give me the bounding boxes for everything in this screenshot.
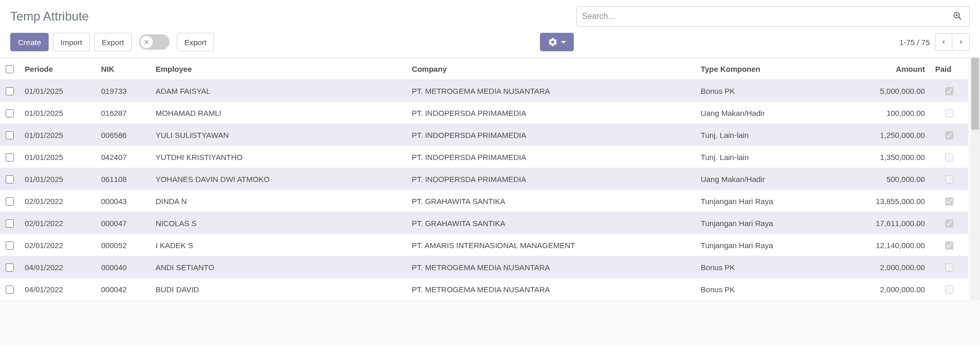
actions-dropdown[interactable] [540, 33, 574, 51]
cell-type: Tunjangan Hari Raya [696, 212, 838, 234]
paid-checkbox [945, 175, 953, 184]
cell-company: PT. GRAHAWITA SANTIKA [407, 190, 696, 212]
row-select-checkbox[interactable] [6, 219, 14, 228]
header-employee[interactable]: Employee [151, 58, 407, 80]
pager-text[interactable]: 1-75 / 75 [900, 38, 930, 47]
row-checkbox-cell [0, 234, 19, 256]
table-row[interactable]: 01/01/2025016287MOHAMAD RAMLIPT. INDOPER… [0, 102, 968, 124]
cell-amount: 2,000,000.00 [838, 256, 930, 278]
cell-periode: 01/01/2025 [19, 124, 96, 146]
table-row[interactable]: 04/01/2022000042BUDI DAVIDPT. METROGEMA … [0, 278, 968, 300]
paid-checkbox [945, 87, 953, 95]
cell-paid [930, 124, 968, 146]
control-panel: Temp Attribute Create Import Export [0, 0, 980, 58]
cell-employee: ADAM FAISYAL [151, 80, 407, 102]
table-row[interactable]: 01/01/2025042407YUTDHI KRISTIYANTHOPT. I… [0, 146, 968, 168]
cell-company: PT. AMARIS INTERNASIONAL MANAGEMENT [407, 234, 696, 256]
chevron-right-icon [958, 38, 964, 46]
cell-nik: 000052 [96, 234, 150, 256]
cell-amount: 5,000,000.00 [838, 80, 930, 102]
row-select-checkbox[interactable] [6, 109, 14, 117]
cell-amount: 1,350,000.00 [838, 146, 930, 168]
cell-periode: 01/01/2025 [19, 102, 96, 124]
header-nik[interactable]: NIK [96, 58, 150, 80]
search-input[interactable] [582, 12, 951, 21]
caret-down-icon [561, 41, 566, 44]
page-title: Temp Attribute [10, 9, 89, 24]
cell-employee: YOHANES DAVIN DWI ATMOKO [151, 168, 407, 190]
scrollbar-thumb[interactable] [971, 58, 979, 130]
cell-nik: 006586 [96, 124, 150, 146]
cell-employee: YUTDHI KRISTIYANTHO [151, 146, 407, 168]
import-button[interactable]: Import [53, 33, 90, 51]
header-company[interactable]: Company [407, 58, 696, 80]
table-row[interactable]: 04/01/2022000040ANDI SETIANTOPT. METROGE… [0, 256, 968, 278]
table-row[interactable]: 02/01/2022000052I KADEK SPT. AMARIS INTE… [0, 234, 968, 256]
export-button[interactable]: Export [94, 33, 132, 51]
cell-amount: 2,000,000.00 [838, 278, 930, 300]
cell-periode: 01/01/2025 [19, 168, 96, 190]
row-select-checkbox[interactable] [6, 153, 14, 161]
cell-type: Tunjangan Hari Raya [696, 234, 838, 256]
row-checkbox-cell [0, 212, 19, 234]
cell-company: PT. INDOPERSDA PRIMAMEDIA [407, 168, 696, 190]
create-button[interactable]: Create [10, 33, 49, 51]
cell-company: PT. METROGEMA MEDIA NUSANTARA [407, 80, 696, 102]
cell-type: Bonus PK [696, 80, 838, 102]
cell-paid [930, 256, 968, 278]
cell-type: Tunj. Lain-lain [696, 124, 838, 146]
header-periode[interactable]: Periode [19, 58, 96, 80]
paid-checkbox [945, 109, 953, 117]
data-table: Periode NIK Employee Company Type Kompon… [0, 58, 968, 300]
search-options-button[interactable] [951, 9, 964, 24]
gear-icon [548, 37, 558, 47]
header-amount[interactable]: Amount [838, 58, 930, 80]
pager-total: 75 [921, 38, 930, 47]
row-select-checkbox[interactable] [6, 286, 14, 294]
cell-paid [930, 212, 968, 234]
paid-checkbox [945, 153, 953, 161]
header-type[interactable]: Type Komponen [696, 58, 838, 80]
cell-paid [930, 102, 968, 124]
cell-paid [930, 190, 968, 212]
table-row[interactable]: 01/01/2025019733ADAM FAISYALPT. METROGEM… [0, 80, 968, 102]
row-select-checkbox[interactable] [6, 131, 14, 139]
filter-toggle[interactable] [139, 34, 170, 50]
export-button-2[interactable]: Export [177, 33, 214, 51]
cell-type: Bonus PK [696, 256, 838, 278]
row-checkbox-cell [0, 124, 19, 146]
paid-checkbox [945, 286, 953, 294]
table-row[interactable]: 01/01/2025061108YOHANES DAVIN DWI ATMOKO… [0, 168, 968, 190]
cell-company: PT. INDOPERSDA PRIMAMEDIA [407, 102, 696, 124]
row-checkbox-cell [0, 190, 19, 212]
cell-nik: 000047 [96, 212, 150, 234]
header-paid[interactable]: Paid [930, 58, 968, 80]
cell-employee: YULI SULISTYAWAN [151, 124, 407, 146]
select-all-checkbox[interactable] [6, 65, 14, 73]
cell-amount: 12,140,000.00 [838, 234, 930, 256]
cell-amount: 1,250,000.00 [838, 124, 930, 146]
row-select-checkbox[interactable] [6, 175, 14, 184]
row-select-checkbox[interactable] [6, 241, 14, 250]
pager-next-button[interactable] [952, 33, 970, 51]
chevron-left-icon [941, 38, 947, 46]
cell-nik: 061108 [96, 168, 150, 190]
row-checkbox-cell [0, 278, 19, 300]
table-row[interactable]: 01/01/2025006586YULI SULISTYAWANPT. INDO… [0, 124, 968, 146]
vertical-scrollbar[interactable] [970, 58, 980, 300]
cell-amount: 17,611,000.00 [838, 212, 930, 234]
cell-employee: MOHAMAD RAMLI [151, 102, 407, 124]
header-checkbox-cell [0, 58, 19, 80]
cell-nik: 019733 [96, 80, 150, 102]
table-row[interactable]: 02/01/2022000047NICOLAS SPT. GRAHAWITA S… [0, 212, 968, 234]
cell-amount: 500,000.00 [838, 168, 930, 190]
pager-prev-button[interactable] [935, 33, 952, 51]
cell-paid [930, 234, 968, 256]
row-select-checkbox[interactable] [6, 263, 14, 272]
cell-type: Tunjangan Hari Raya [696, 190, 838, 212]
table-row[interactable]: 02/01/2022000043DINDA NPT. GRAHAWITA SAN… [0, 190, 968, 212]
row-select-checkbox[interactable] [6, 87, 14, 95]
cell-type: Bonus PK [696, 278, 838, 300]
close-icon [143, 39, 150, 45]
row-select-checkbox[interactable] [6, 197, 14, 206]
